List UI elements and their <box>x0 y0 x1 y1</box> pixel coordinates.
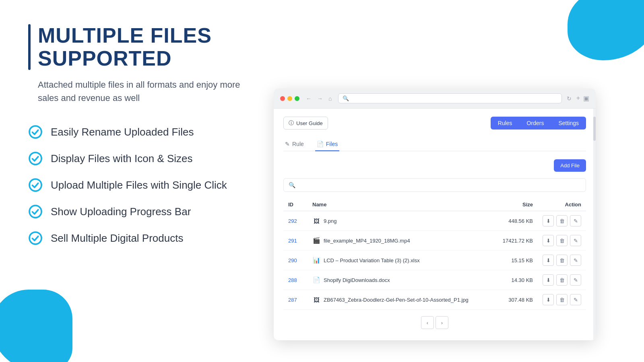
subtitle: Attached multiple files in all formats a… <box>38 78 254 105</box>
feature-item-feature-2: Display Files with Icon & Sizes <box>28 151 254 166</box>
edit-button[interactable]: ✎ <box>570 255 581 266</box>
left-panel: MULTIPLE FILES SUPPORTED Attached multip… <box>28 24 254 257</box>
add-file-button[interactable]: Add File <box>554 159 586 172</box>
table-row: 290 📊 LCD – Product Variation Table (3) … <box>283 251 586 270</box>
dot-red[interactable] <box>280 96 285 101</box>
file-name-text: 9.png <box>324 218 337 224</box>
tab-rule-label: Rule <box>292 141 304 147</box>
orders-button[interactable]: Orders <box>520 117 551 130</box>
nav-home[interactable]: ⌂ <box>327 95 333 103</box>
file-name-text: ZB67463_Zebra-Doodlerz-Gel-Pen-Set-of-10… <box>324 297 469 303</box>
delete-button[interactable]: 🗑 <box>556 274 568 286</box>
file-action-cell: ⬇ 🗑 ✎ <box>538 211 586 231</box>
file-actions: ⬇ 🗑 ✎ <box>543 255 581 266</box>
file-search-bar[interactable]: 🔍 <box>283 178 586 192</box>
features-list: Easily Rename Uploaded Files Display Fil… <box>28 125 254 245</box>
feature-item-feature-5: Sell Multiple Digital Products <box>28 231 254 245</box>
browser-copy-icon[interactable]: ▣ <box>583 95 589 102</box>
download-button[interactable]: ⬇ <box>543 274 554 286</box>
info-icon: ⓘ <box>289 119 294 127</box>
check-icon <box>28 204 43 219</box>
search-icon: 🔍 <box>343 95 349 101</box>
file-type-icon: 📊 <box>312 256 320 264</box>
scrollbar[interactable] <box>593 109 596 340</box>
file-name-cell: 🖼 ZB67463_Zebra-Doodlerz-Gel-Pen-Set-of-… <box>308 290 485 310</box>
file-name: 🎬 file_example_MP4_1920_18MG.mp4 <box>312 237 481 245</box>
download-button[interactable]: ⬇ <box>543 294 554 305</box>
rules-button[interactable]: Rules <box>491 117 520 130</box>
nav-forward[interactable]: → <box>316 95 324 103</box>
file-size: 17421.72 KB <box>485 231 538 251</box>
check-icon <box>28 231 43 245</box>
feature-text: Display Files with Icon & Sizes <box>51 152 193 165</box>
decorative-blob-bottom-left <box>0 290 72 362</box>
svg-point-4 <box>29 232 41 244</box>
file-id: 292 <box>283 211 308 231</box>
feature-text: Upload Multiple Files with Single Click <box>51 179 227 191</box>
tab-files-label: Files <box>326 141 338 147</box>
table-row: 291 🎬 file_example_MP4_1920_18MG.mp4 174… <box>283 231 586 251</box>
svg-point-0 <box>29 126 41 138</box>
browser-actions: + ▣ <box>576 95 589 102</box>
file-name-text: Shopify DigiDownloads.docx <box>324 277 390 283</box>
file-name: 🖼 ZB67463_Zebra-Doodlerz-Gel-Pen-Set-of-… <box>312 296 481 304</box>
file-name-cell: 🎬 file_example_MP4_1920_18MG.mp4 <box>308 231 485 251</box>
download-button[interactable]: ⬇ <box>543 235 554 246</box>
app-header: ⓘ User Guide Rules Orders Settings <box>283 117 586 130</box>
file-actions: ⬇ 🗑 ✎ <box>543 274 581 286</box>
download-button[interactable]: ⬇ <box>543 255 554 266</box>
next-page-button[interactable]: › <box>436 316 448 329</box>
files-table: ID Name Size Action 292 🖼 9.png 448.56 K… <box>283 198 586 310</box>
header-buttons: Rules Orders Settings <box>491 117 586 130</box>
files-tbody: 292 🖼 9.png 448.56 KB ⬇ 🗑 ✎ 291 🎬 file_e… <box>283 211 586 310</box>
file-action-cell: ⬇ 🗑 ✎ <box>538 251 586 270</box>
feature-text: Show Uploading Progress Bar <box>51 206 191 218</box>
app-content: ⓘ User Guide Rules Orders Settings ✎ Rul… <box>274 109 596 340</box>
table-header-row: ID Name Size Action <box>283 198 586 211</box>
delete-button[interactable]: 🗑 <box>556 294 568 305</box>
delete-button[interactable]: 🗑 <box>556 235 568 246</box>
file-id: 290 <box>283 251 308 270</box>
feature-item-feature-1: Easily Rename Uploaded Files <box>28 125 254 139</box>
file-name-text: LCD – Product Variation Table (3) (2).xl… <box>324 257 420 263</box>
check-icon <box>28 125 43 139</box>
dot-green[interactable] <box>295 96 299 101</box>
app-tabs: ✎ Rule 📄 Files <box>283 138 586 151</box>
feature-item-feature-4: Show Uploading Progress Bar <box>28 204 254 219</box>
files-icon: 📄 <box>317 141 324 147</box>
svg-point-3 <box>29 206 41 218</box>
table-row: 287 🖼 ZB67463_Zebra-Doodlerz-Gel-Pen-Set… <box>283 290 586 310</box>
download-button[interactable]: ⬇ <box>543 215 554 226</box>
feature-text: Easily Rename Uploaded Files <box>51 126 194 138</box>
delete-button[interactable]: 🗑 <box>556 255 568 266</box>
delete-button[interactable]: 🗑 <box>556 215 568 226</box>
table-row: 288 📄 Shopify DigiDownloads.docx 14.30 K… <box>283 270 586 290</box>
search-icon-files: 🔍 <box>289 182 295 188</box>
check-icon <box>28 178 43 192</box>
file-name: 📄 Shopify DigiDownloads.docx <box>312 276 481 284</box>
file-actions: ⬇ 🗑 ✎ <box>543 235 581 246</box>
browser-nav: ← → ⌂ <box>304 95 333 103</box>
user-guide-button[interactable]: ⓘ User Guide <box>283 117 328 130</box>
file-type-icon: 📄 <box>312 276 320 284</box>
browser-add-icon[interactable]: + <box>576 95 580 102</box>
scrollbar-thumb <box>593 117 596 141</box>
browser-search-bar[interactable]: 🔍 <box>338 93 561 103</box>
edit-button[interactable]: ✎ <box>570 294 581 305</box>
dot-yellow[interactable] <box>287 96 292 101</box>
settings-button[interactable]: Settings <box>551 117 586 130</box>
table-row: 292 🖼 9.png 448.56 KB ⬇ 🗑 ✎ <box>283 211 586 231</box>
prev-page-button[interactable]: ‹ <box>421 316 434 329</box>
refresh-icon[interactable]: ↻ <box>567 95 572 102</box>
edit-button[interactable]: ✎ <box>570 215 581 226</box>
file-action-cell: ⬇ 🗑 ✎ <box>538 231 586 251</box>
nav-back[interactable]: ← <box>304 95 313 103</box>
file-type-icon: 🖼 <box>312 217 320 225</box>
file-id: 291 <box>283 231 308 251</box>
browser-bar: ← → ⌂ 🔍 ↻ + ▣ <box>274 88 596 109</box>
edit-button[interactable]: ✎ <box>570 235 581 246</box>
edit-button[interactable]: ✎ <box>570 274 581 286</box>
tab-files[interactable]: 📄 Files <box>315 138 340 151</box>
file-actions: ⬇ 🗑 ✎ <box>543 215 581 226</box>
tab-rule[interactable]: ✎ Rule <box>283 138 305 151</box>
